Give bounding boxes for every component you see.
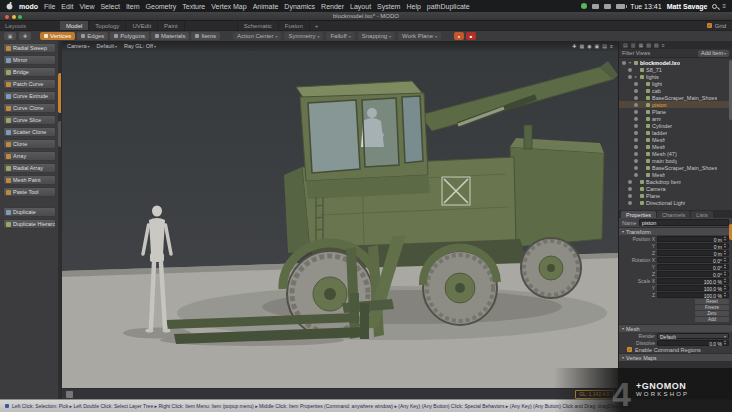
- render-dropdown[interactable]: Default: [657, 333, 729, 339]
- command-regions-checkbox[interactable]: ✓: [627, 347, 632, 352]
- visibility-eye-icon[interactable]: [622, 61, 626, 65]
- add-layout-tab-button[interactable]: +: [310, 21, 324, 30]
- item-list-row[interactable]: Cylinder: [619, 122, 732, 129]
- tool-button[interactable]: Mirror: [3, 55, 56, 65]
- layout-tab[interactable]: UVEdit: [126, 21, 158, 30]
- item-list-row[interactable]: Plane: [619, 108, 732, 115]
- properties-tab[interactable]: Lists: [691, 211, 712, 218]
- visibility-eye-icon[interactable]: [628, 68, 632, 72]
- menu-item[interactable]: Layout: [350, 3, 371, 10]
- item-list-row[interactable]: arm: [619, 115, 732, 122]
- menu-item[interactable]: Render: [321, 3, 344, 10]
- visibility-eye-icon[interactable]: [634, 82, 638, 86]
- properties-tab[interactable]: Channels: [657, 211, 690, 218]
- panel-toolbar-icon[interactable]: ▤: [623, 42, 628, 48]
- visibility-eye-icon[interactable]: [628, 201, 632, 205]
- view-type-dropdown[interactable]: Camera: [67, 43, 90, 49]
- tool-button[interactable]: Duplicate: [3, 207, 56, 217]
- item-list-row[interactable]: Mesh: [619, 171, 732, 178]
- toolbar-dropdown[interactable]: Action Center: [233, 32, 281, 40]
- item-list-row[interactable]: BaseScraper_Main_Shoes: [619, 164, 732, 171]
- menu-item[interactable]: pathDuplicate: [427, 3, 470, 10]
- close-button[interactable]: [5, 15, 9, 19]
- minimize-button[interactable]: [12, 15, 16, 19]
- tool-button[interactable]: Radial Array: [3, 163, 56, 173]
- panel-toolbar-icon[interactable]: ≡: [662, 42, 665, 48]
- viewport-3d[interactable]: Camera Default Ray GL: Off ✚▦◉▣▤≡ GL: 1,…: [62, 41, 618, 399]
- channel-value-field[interactable]: 100.0 %: [657, 292, 729, 298]
- layout-tab[interactable]: Fusion: [279, 21, 310, 30]
- item-list-row[interactable]: ▾ blockmodel.lxo: [619, 59, 732, 66]
- viewport-toolbar-icon[interactable]: ≡: [610, 43, 613, 49]
- viewport-toolbar-icon[interactable]: ▤: [602, 43, 607, 49]
- tool-button[interactable]: Mesh Paint: [3, 175, 56, 185]
- channel-value-field[interactable]: 0.0°: [657, 271, 729, 277]
- menu-item[interactable]: Vertex Map: [211, 3, 246, 10]
- menu-item[interactable]: System: [377, 3, 400, 10]
- panel-toolbar-icon[interactable]: ▦: [638, 42, 643, 48]
- shading-mode-dropdown[interactable]: Default: [97, 43, 117, 49]
- menu-item[interactable]: File: [44, 3, 55, 10]
- toolbar-dropdown[interactable]: Falloff: [326, 32, 354, 40]
- tool-button[interactable]: Bridge: [3, 67, 56, 77]
- toolbox-popup-button[interactable]: ▣: [4, 32, 16, 40]
- viewport-toolbar-icon[interactable]: ▦: [580, 43, 585, 49]
- menu-item[interactable]: Animate: [253, 3, 279, 10]
- disclosure-icon[interactable]: ▸: [634, 74, 638, 79]
- selection-mode-button[interactable]: Vertices: [40, 32, 75, 40]
- item-list-row[interactable]: light: [619, 80, 732, 87]
- transform-action-button[interactable]: Freeze: [695, 305, 729, 310]
- mesh-section-header[interactable]: ▾ Mesh: [619, 324, 732, 332]
- disclosure-icon[interactable]: ▾: [628, 60, 632, 65]
- transform-action-button[interactable]: Zero: [695, 311, 729, 316]
- properties-tab[interactable]: Properties: [621, 211, 656, 218]
- spinner-icon[interactable]: [724, 265, 727, 269]
- visibility-eye-icon[interactable]: [634, 96, 638, 100]
- stop-button[interactable]: ■: [466, 32, 476, 40]
- visibility-eye-icon[interactable]: [634, 110, 638, 114]
- viewport-toolbar-icon[interactable]: ▣: [595, 43, 600, 49]
- item-list-row[interactable]: ladder: [619, 129, 732, 136]
- menu-item[interactable]: Edit: [61, 3, 73, 10]
- filter-views-label[interactable]: Filter Views: [622, 50, 650, 56]
- viewport-footer-chip[interactable]: [66, 391, 73, 398]
- item-list-row[interactable]: Plane: [619, 192, 732, 199]
- tool-button[interactable]: Patch Curve: [3, 79, 56, 89]
- channel-value-field[interactable]: 0 m: [657, 250, 729, 256]
- item-list-row[interactable]: Mesh: [619, 136, 732, 143]
- tool-button[interactable]: Curve Extrude: [3, 91, 56, 101]
- spinner-icon[interactable]: [724, 293, 727, 297]
- visibility-eye-icon[interactable]: [634, 166, 638, 170]
- visibility-eye-icon[interactable]: [634, 103, 638, 107]
- status-color-icon[interactable]: [581, 3, 587, 9]
- apple-menu-icon[interactable]: [6, 2, 13, 11]
- viewport-toolbar-icon[interactable]: ◉: [587, 43, 591, 49]
- toolbox-tab[interactable]: [58, 121, 61, 147]
- transform-action-button[interactable]: Add: [695, 317, 729, 322]
- spinner-icon[interactable]: [724, 244, 727, 248]
- menu-item[interactable]: Help: [406, 3, 420, 10]
- tool-button[interactable]: Paste Tool: [3, 187, 56, 197]
- spinner-icon[interactable]: [724, 341, 727, 345]
- item-list-row[interactable]: Mesh (47): [619, 150, 732, 157]
- menu-item[interactable]: Dynamics: [284, 3, 315, 10]
- menu-clock[interactable]: Tue 13:41: [630, 3, 661, 10]
- item-list-row[interactable]: Directional Light: [619, 199, 732, 206]
- tool-button[interactable]: Curve Clone: [3, 103, 56, 113]
- tool-button[interactable]: Curve Slice: [3, 115, 56, 125]
- toolbox-tab-duplicate[interactable]: [58, 73, 61, 113]
- selection-mode-button[interactable]: Polygons: [110, 32, 149, 40]
- channel-value-field[interactable]: 100.0 %: [657, 285, 729, 291]
- toolbar-dropdown[interactable]: Snapping: [358, 32, 395, 40]
- toolbar-dropdown[interactable]: Symmetry: [284, 32, 323, 40]
- visibility-eye-icon[interactable]: [634, 145, 638, 149]
- spinner-icon[interactable]: [724, 272, 727, 276]
- layout-tab[interactable]: Model: [60, 21, 89, 30]
- visibility-eye-icon[interactable]: [634, 131, 638, 135]
- panel-toolbar-icon[interactable]: ▥: [631, 42, 636, 48]
- menu-item[interactable]: Texture: [182, 3, 205, 10]
- add-item-button[interactable]: Add Item: [698, 50, 729, 57]
- panel-toolbar-icon[interactable]: ▧: [646, 42, 651, 48]
- spinner-icon[interactable]: [724, 237, 727, 241]
- visibility-eye-icon[interactable]: [634, 138, 638, 142]
